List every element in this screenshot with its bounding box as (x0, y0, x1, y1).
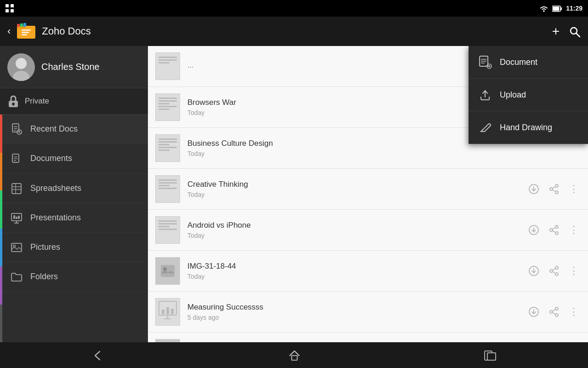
more-icon-5[interactable]: ⋮ (567, 263, 581, 279)
recents-button[interactable] (484, 348, 497, 362)
share-icon-3[interactable] (547, 182, 561, 197)
home-button[interactable] (288, 348, 301, 362)
pen-icon (478, 121, 492, 134)
folders-icon (10, 270, 23, 283)
share-icon-4[interactable] (547, 223, 561, 238)
dropdown-hand-drawing-label: Hand Drawing (500, 123, 552, 132)
svg-rect-0 (6, 4, 9, 7)
sidebar-profile[interactable]: Charles Stone (0, 46, 148, 88)
search-button[interactable] (569, 25, 581, 38)
svg-rect-58 (161, 265, 175, 277)
doc-info-3: Creative Thinking Today (187, 180, 526, 198)
pictures-icon (10, 241, 23, 253)
presentations-label: Presentations (30, 213, 81, 223)
svg-rect-13 (22, 32, 29, 33)
svg-rect-12 (22, 29, 31, 31)
svg-point-54 (550, 229, 553, 231)
bottom-nav-bar (0, 342, 588, 368)
doc-info-5: IMG-31-18-44 Today (187, 262, 526, 280)
svg-line-79 (553, 313, 555, 315)
svg-line-49 (553, 187, 555, 189)
documents-icon (10, 152, 23, 165)
doc-name-6: Measuring Successss (187, 303, 526, 312)
color-seg-green (0, 190, 2, 228)
svg-line-78 (553, 310, 555, 311)
share-icon-5[interactable] (547, 264, 561, 279)
doc-thumb-5 (155, 257, 180, 285)
back-button[interactable] (91, 349, 105, 362)
svg-rect-40 (16, 217, 17, 219)
upload-icon (478, 88, 492, 102)
time-display: 11:29 (566, 5, 582, 12)
svg-line-66 (553, 272, 555, 274)
avatar (7, 53, 35, 81)
doc-item-img-31-18-44[interactable]: IMG-31-18-44 Today ⋮ (148, 251, 588, 292)
download-icon-5[interactable] (526, 264, 541, 279)
app-logo (16, 21, 36, 41)
doc-name-5: IMG-31-18-44 (187, 262, 526, 271)
svg-rect-28 (12, 154, 19, 162)
svg-point-62 (555, 266, 558, 269)
svg-rect-32 (12, 184, 21, 194)
doc-date-5: Today (187, 273, 526, 280)
add-button[interactable]: + (552, 24, 560, 39)
sidebar-private-item[interactable]: Private (0, 88, 148, 115)
color-bar (0, 115, 2, 342)
pictures-label: Pictures (30, 242, 60, 252)
share-icon-6[interactable] (547, 305, 561, 320)
battery-icon (552, 5, 562, 12)
svg-rect-68 (162, 310, 164, 314)
grid-icon (6, 4, 14, 12)
presentations-icon (10, 212, 23, 224)
doc-item-android-vs-iphone[interactable]: Android vs iPhone Today ⋮ (148, 210, 588, 251)
doc-info-6: Measuring Successss 5 days ago (187, 303, 526, 321)
dropdown-document-label: Document (500, 58, 537, 67)
svg-point-63 (550, 270, 553, 272)
svg-rect-69 (166, 307, 169, 314)
doc-date-3: Today (187, 191, 526, 198)
sidebar-item-spreadsheets[interactable]: Spreadsheets (0, 174, 148, 203)
more-icon-4[interactable]: ⋮ (567, 222, 581, 238)
download-icon-6[interactable] (526, 305, 541, 320)
svg-rect-1 (11, 4, 14, 7)
doc-thumb-2 (155, 134, 180, 162)
private-label: Private (25, 97, 49, 106)
spreadsheets-label: Spreadsheets (30, 184, 81, 193)
sidebar-item-documents[interactable]: Documents (0, 144, 148, 173)
svg-point-48 (555, 191, 558, 194)
doc-item-creative-thinking[interactable]: Creative Thinking Today ⋮ (148, 169, 588, 210)
doc-item-measuring-success[interactable]: Measuring Successss 5 days ago ⋮ (148, 292, 588, 333)
doc-date-6: 5 days ago (187, 314, 526, 321)
color-seg-blue (0, 229, 2, 266)
recent-docs-label: Recent Docs (30, 124, 78, 134)
svg-rect-3 (11, 9, 14, 12)
svg-rect-14 (22, 34, 27, 35)
sidebar-item-folders[interactable]: Folders (0, 262, 148, 292)
sidebar-item-recent-docs[interactable]: Recent Docs (0, 115, 148, 144)
doc-thumb-3 (155, 175, 180, 203)
svg-rect-9 (17, 24, 20, 27)
dropdown-menu: Document Upload (469, 46, 588, 144)
more-icon-6[interactable]: ⋮ (567, 304, 581, 320)
svg-rect-22 (13, 104, 14, 106)
download-icon-3[interactable] (526, 182, 541, 197)
sidebar-item-presentations[interactable]: Presentations (0, 203, 148, 233)
dropdown-item-document[interactable]: Document (469, 46, 588, 79)
svg-point-76 (550, 310, 553, 313)
color-seg-red (0, 115, 2, 152)
more-icon-3[interactable]: ⋮ (567, 181, 581, 197)
svg-line-56 (553, 228, 555, 230)
svg-line-50 (553, 190, 555, 192)
svg-point-47 (550, 188, 553, 190)
dropdown-item-hand-drawing[interactable]: Hand Drawing (469, 111, 588, 144)
download-icon-4[interactable] (526, 223, 541, 238)
doc-item-screenshot[interactable]: Screenshot_2014-01-31-14-40-18 Today (148, 333, 588, 342)
sidebar-item-pictures[interactable]: Pictures (0, 233, 148, 262)
dropdown-item-upload[interactable]: Upload (469, 79, 588, 111)
back-arrow-icon[interactable]: ‹ (7, 25, 11, 37)
doc-info-4: Android vs iPhone Today (187, 221, 526, 239)
svg-point-75 (555, 307, 558, 310)
doc-actions-3: ⋮ (526, 181, 581, 197)
color-seg-purple (0, 266, 2, 304)
doc-thumb-7 (155, 339, 180, 342)
